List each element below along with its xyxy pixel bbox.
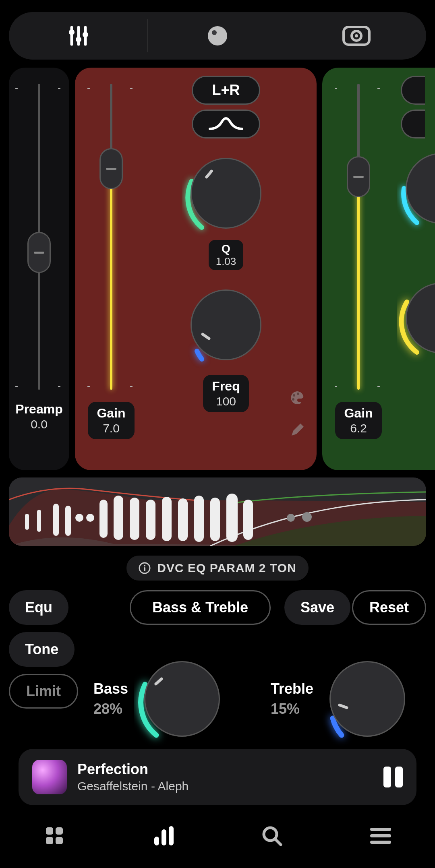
svg-point-11 [293, 394, 295, 397]
menu-icon [370, 827, 391, 845]
svg-point-33 [144, 565, 145, 566]
svg-rect-37 [46, 837, 53, 844]
band-carousel[interactable]: -- -- Preamp 0.0 -- -- Gain 7.0 [9, 68, 426, 470]
svg-rect-16 [53, 504, 59, 536]
bass-knob[interactable] [134, 651, 230, 747]
channel-selector[interactable]: L+R [192, 76, 260, 105]
svg-point-31 [302, 512, 312, 522]
svg-rect-26 [194, 496, 204, 542]
svg-rect-35 [46, 827, 53, 835]
q-label: Q [216, 242, 236, 255]
band2-freq-knob[interactable] [397, 274, 435, 362]
treble-label: Treble [271, 680, 313, 697]
track-title: Perfection [77, 761, 373, 778]
svg-rect-25 [178, 498, 188, 541]
band1-gain-slider[interactable]: -- -- [110, 84, 112, 390]
svg-rect-29 [243, 500, 253, 540]
svg-rect-38 [56, 837, 63, 844]
nav-eq[interactable] [109, 812, 218, 860]
svg-point-12 [297, 393, 299, 395]
band1-gain-value: 7.0 [97, 422, 125, 435]
freq-value: 100 [212, 395, 240, 408]
pause-button[interactable] [383, 767, 403, 787]
svg-rect-27 [210, 498, 220, 541]
spectrum-analyzer[interactable] [9, 477, 426, 546]
svg-rect-21 [114, 496, 123, 540]
q-value: 1.03 [216, 255, 236, 268]
eq-band-1: -- -- Gain 7.0 L+R [75, 68, 317, 470]
tab-dot[interactable] [148, 12, 287, 60]
treble-knob[interactable] [319, 651, 416, 747]
svg-rect-14 [25, 514, 29, 530]
band2-q-knob[interactable] [397, 144, 435, 233]
grid-icon [44, 825, 65, 847]
svg-point-7 [212, 30, 217, 35]
q-knob[interactable] [182, 149, 270, 238]
preset-name: DVC EQ PARAM 2 TON [157, 561, 296, 575]
svg-rect-28 [226, 494, 238, 542]
sliders-icon [66, 23, 91, 48]
svg-point-3 [69, 29, 75, 35]
track-artist: Gesaffelstein - Aleph [77, 779, 373, 793]
tone-button[interactable]: Tone [9, 632, 75, 667]
svg-point-18 [75, 514, 83, 522]
svg-rect-34 [144, 567, 145, 571]
eq-band-2: -- -- Gain 6.2 [322, 68, 435, 470]
svg-rect-17 [65, 506, 71, 536]
svg-rect-23 [146, 500, 155, 540]
limit-button[interactable]: Limit [9, 674, 78, 709]
preamp-label: Preamp [15, 402, 62, 417]
svg-rect-36 [56, 827, 63, 835]
svg-rect-46 [370, 841, 391, 844]
q-label-box: Q 1.03 [209, 240, 244, 270]
svg-point-5 [83, 32, 88, 37]
controls-area: Equ Bass & Treble Save Reset Tone Limit … [9, 590, 426, 751]
bass-label: Bass [93, 680, 128, 697]
pause-icon [383, 767, 391, 787]
svg-point-6 [208, 26, 227, 45]
filter-shape-selector[interactable] [192, 110, 260, 138]
freq-knob[interactable] [182, 281, 270, 369]
bottom-nav [0, 812, 435, 860]
album-art [32, 760, 67, 794]
search-icon [261, 825, 283, 847]
svg-rect-41 [169, 826, 174, 845]
surround-icon [342, 25, 371, 46]
svg-point-13 [292, 398, 294, 401]
svg-rect-15 [37, 510, 41, 532]
svg-rect-40 [162, 829, 166, 845]
tab-surround[interactable] [287, 12, 426, 60]
band2-gain-value: 6.2 [344, 422, 373, 435]
freq-label: Freq [212, 379, 240, 394]
svg-point-10 [355, 34, 358, 37]
pencil-icon[interactable] [289, 422, 305, 438]
svg-point-19 [86, 514, 94, 522]
svg-line-43 [275, 839, 281, 845]
bars-icon [151, 824, 175, 848]
preamp-band: -- -- Preamp 0.0 [9, 68, 69, 470]
svg-point-30 [287, 514, 295, 522]
nav-menu[interactable] [326, 812, 435, 860]
nav-search[interactable] [218, 812, 326, 860]
now-playing-bar[interactable]: Perfection Gesaffelstein - Aleph [19, 749, 416, 805]
reset-button[interactable]: Reset [352, 590, 426, 625]
nav-grid[interactable] [0, 812, 109, 860]
bass-value: 28% [93, 701, 128, 717]
bass-treble-button[interactable]: Bass & Treble [130, 590, 271, 625]
band2-gain-slider[interactable]: -- -- [357, 84, 360, 390]
preamp-value: 0.0 [15, 417, 62, 431]
preamp-slider[interactable]: -- -- [38, 84, 40, 390]
tab-sliders[interactable] [9, 12, 148, 60]
save-button[interactable]: Save [284, 590, 350, 625]
svg-rect-22 [130, 498, 139, 540]
svg-rect-39 [154, 837, 159, 845]
top-tab-bar [9, 12, 426, 60]
palette-icon[interactable] [289, 390, 305, 406]
treble-value: 15% [271, 701, 313, 717]
svg-rect-45 [370, 834, 391, 837]
band1-gain-label: Gain [97, 406, 125, 421]
band2-gain-label: Gain [344, 406, 373, 421]
equ-button[interactable]: Equ [9, 590, 68, 625]
svg-rect-24 [162, 497, 172, 541]
preset-chip[interactable]: DVC EQ PARAM 2 TON [126, 556, 308, 581]
